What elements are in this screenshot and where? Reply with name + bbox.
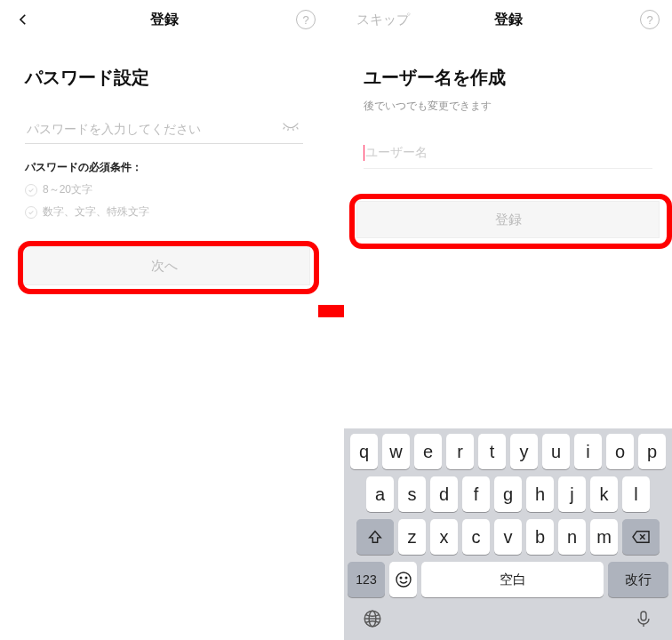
key-emoji[interactable]	[389, 562, 417, 597]
requirement-label: 数字、文字、特殊文字	[43, 204, 149, 220]
username-placeholder: ユーザー名	[365, 145, 428, 159]
username-input[interactable]: ユーザー名	[364, 144, 652, 169]
key-z[interactable]: z	[398, 519, 426, 555]
key-i[interactable]: i	[574, 434, 602, 469]
backspace-icon	[631, 529, 651, 545]
keyboard-row-4: 123 空白 改行	[348, 562, 668, 597]
password-setup-screen: 登録 ? パスワード設定 パスワードの必須条件： 8～20文字 数字、文字、特殊…	[0, 0, 328, 640]
key-d[interactable]: d	[430, 476, 458, 512]
key-shift[interactable]	[356, 519, 394, 555]
keyboard-bottom-row	[348, 604, 668, 636]
mic-icon[interactable]	[633, 608, 654, 629]
key-f[interactable]: f	[462, 476, 490, 512]
key-e[interactable]: e	[414, 434, 442, 469]
requirements-title: パスワードの必須条件：	[25, 160, 303, 175]
eye-closed-icon[interactable]	[282, 120, 300, 132]
key-enter[interactable]: 改行	[608, 562, 668, 597]
svg-point-7	[396, 572, 411, 587]
keyboard-row-2: a s d f g h j k l	[348, 476, 668, 512]
requirement-label: 8～20文字	[43, 182, 92, 197]
key-o[interactable]: o	[606, 434, 634, 469]
skip-button[interactable]: スキップ	[356, 12, 410, 28]
help-button[interactable]: ?	[640, 10, 660, 29]
svg-line-0	[284, 127, 285, 129]
key-c[interactable]: c	[462, 519, 490, 555]
svg-line-2	[292, 129, 293, 131]
key-k[interactable]: k	[590, 476, 618, 512]
back-button[interactable]	[12, 9, 34, 30]
globe-icon[interactable]	[362, 608, 383, 629]
onscreen-keyboard: q w e r t y u i o p a s d f g h j k l z	[344, 428, 672, 640]
key-space[interactable]: 空白	[421, 562, 604, 597]
text-cursor	[364, 145, 364, 161]
keyboard-row-3: z x c v b n m	[348, 519, 668, 555]
svg-line-3	[297, 127, 299, 129]
key-l[interactable]: l	[622, 476, 650, 512]
chevron-left-icon	[15, 12, 31, 28]
key-w[interactable]: w	[382, 434, 410, 469]
key-a[interactable]: a	[366, 476, 394, 512]
key-g[interactable]: g	[494, 476, 522, 512]
keyboard-row-1: q w e r t y u i o p	[348, 434, 668, 469]
svg-point-8	[400, 577, 402, 579]
svg-point-9	[405, 577, 407, 579]
check-icon	[25, 184, 37, 196]
key-b[interactable]: b	[526, 519, 554, 555]
svg-rect-13	[641, 612, 646, 620]
shift-icon	[367, 529, 383, 545]
page-title: 登録	[494, 11, 523, 29]
key-p[interactable]: p	[638, 434, 666, 469]
key-v[interactable]: v	[494, 519, 522, 555]
page-title: 登録	[150, 11, 179, 29]
key-u[interactable]: u	[542, 434, 570, 469]
key-y[interactable]: y	[510, 434, 538, 469]
subheading: 後でいつでも変更できます	[364, 99, 652, 114]
requirement-item: 8～20文字	[25, 182, 303, 197]
key-m[interactable]: m	[590, 519, 618, 555]
key-n[interactable]: n	[558, 519, 586, 555]
password-input[interactable]	[25, 115, 303, 144]
emoji-icon	[395, 571, 412, 588]
key-r[interactable]: r	[446, 434, 474, 469]
register-button[interactable]: 登録	[356, 201, 660, 238]
key-s[interactable]: s	[398, 476, 426, 512]
heading: パスワード設定	[25, 66, 303, 90]
key-t[interactable]: t	[478, 434, 506, 469]
key-x[interactable]: x	[430, 519, 458, 555]
svg-line-1	[288, 129, 289, 131]
key-numbers[interactable]: 123	[348, 562, 385, 597]
heading: ユーザー名を作成	[364, 66, 652, 90]
next-button[interactable]: 次へ	[18, 246, 310, 285]
key-q[interactable]: q	[350, 434, 378, 469]
username-create-screen: スキップ 登録 ? ユーザー名を作成 後でいつでも変更できます ユーザー名 登録…	[344, 0, 672, 640]
key-backspace[interactable]	[622, 519, 660, 555]
help-button[interactable]: ?	[296, 10, 316, 29]
requirement-item: 数字、文字、特殊文字	[25, 204, 303, 220]
topbar-left: 登録 ?	[0, 0, 328, 39]
key-h[interactable]: h	[526, 476, 554, 512]
topbar-right: スキップ 登録 ?	[344, 0, 672, 39]
key-j[interactable]: j	[558, 476, 586, 512]
check-icon	[25, 206, 37, 219]
